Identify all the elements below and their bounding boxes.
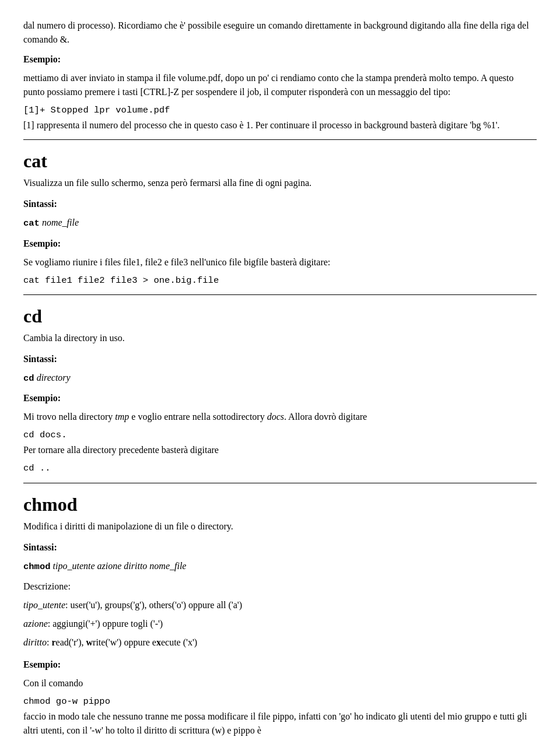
page-content: dal numero di processo). Ricordiamo che … bbox=[23, 19, 537, 738]
cat-section: cat Visualizza un file sullo schermo, se… bbox=[23, 142, 537, 287]
chmod-diritto-line: diritto: read('r'), write('w') oppure ex… bbox=[23, 636, 537, 650]
intro-para1: dal numero di processo). Ricordiamo che … bbox=[23, 19, 537, 47]
cd-esempio-block: Esempio: Mi trovo nella directory tmp e … bbox=[23, 391, 537, 476]
chmod-sintassi: Sintassi: chmod tipo_utente azione dirit… bbox=[23, 541, 537, 574]
intro-code1: [1]+ Stopped lpr volume.pdf bbox=[23, 104, 537, 117]
cd-esempio-code2: cd .. bbox=[23, 462, 537, 475]
cat-sintassi-label: Sintassi: bbox=[23, 197, 537, 211]
chmod-esempio-code: chmod go-w pippo bbox=[23, 695, 537, 708]
chmod-divider bbox=[23, 483, 537, 483]
cat-esempio-label: Esempio: bbox=[23, 237, 537, 251]
chmod-descrizione-label: Descrizione: bbox=[23, 580, 537, 594]
intro-section: dal numero di processo). Ricordiamo che … bbox=[23, 19, 537, 132]
cd-esempio-code1: cd docs. bbox=[23, 429, 537, 442]
chmod-esempio-label: Esempio: bbox=[23, 658, 537, 672]
cd-description: Cambia la directory in uso. bbox=[23, 331, 537, 345]
cat-heading: cat bbox=[23, 142, 537, 175]
chmod-esempio-block: Esempio: Con il comando chmod go-w pippo… bbox=[23, 658, 537, 738]
intro-esempio-text: mettiamo di aver inviato in stampa il fi… bbox=[23, 71, 537, 99]
cat-esempio-text1: Se vogliamo riunire i files file1, file2… bbox=[23, 255, 537, 269]
chmod-tipo-utente-line: tipo_utente: user('u'), groups('g'), oth… bbox=[23, 598, 537, 612]
chmod-heading: chmod bbox=[23, 486, 537, 518]
chmod-sintassi-label: Sintassi: bbox=[23, 541, 537, 555]
cat-description: Visualizza un file sullo schermo, senza … bbox=[23, 176, 537, 190]
intro-cont1: [1] rappresenta il numero del processo c… bbox=[23, 118, 537, 132]
intro-esempio-block: Esempio: mettiamo di aver inviato in sta… bbox=[23, 52, 537, 132]
cat-sintassi-line: cat nome_file bbox=[23, 216, 537, 230]
cat-sintassi: Sintassi: cat nome_file bbox=[23, 197, 537, 230]
chmod-section: chmod Modifica i diritti di manipolazion… bbox=[23, 486, 537, 738]
chmod-sintassi-line: chmod tipo_utente azione diritto nome_fi… bbox=[23, 559, 537, 574]
chmod-azione-line: azione: aggiungi('+') oppure togli ('-') bbox=[23, 617, 537, 631]
chmod-descrizione: Descrizione: tipo_utente: user('u'), gro… bbox=[23, 580, 537, 650]
cd-esempio-text2: Per tornare alla directory precedente ba… bbox=[23, 443, 537, 457]
cd-esempio-text1: Mi trovo nella directory tmp e voglio en… bbox=[23, 410, 537, 424]
cat-divider bbox=[23, 139, 537, 140]
cd-divider bbox=[23, 294, 537, 295]
cd-section: cd Cambia la directory in uso. Sintassi:… bbox=[23, 297, 537, 476]
intro-esempio-label: Esempio: bbox=[23, 52, 537, 66]
cd-sintassi-line: cd directory bbox=[23, 371, 537, 385]
chmod-esempio-text1: Con il comando bbox=[23, 676, 537, 690]
chmod-esempio-text2: faccio in modo tale che nessuno tranne m… bbox=[23, 710, 537, 738]
cd-esempio-label: Esempio: bbox=[23, 391, 537, 405]
cd-heading: cd bbox=[23, 297, 537, 330]
cd-sintassi: Sintassi: cd directory bbox=[23, 352, 537, 385]
chmod-description: Modifica i diritti di manipolazione di u… bbox=[23, 520, 537, 534]
cd-sintassi-label: Sintassi: bbox=[23, 352, 537, 366]
cat-esempio-block: Esempio: Se vogliamo riunire i files fil… bbox=[23, 237, 537, 287]
cat-esempio-code: cat file1 file2 file3 > one.big.file bbox=[23, 274, 537, 287]
